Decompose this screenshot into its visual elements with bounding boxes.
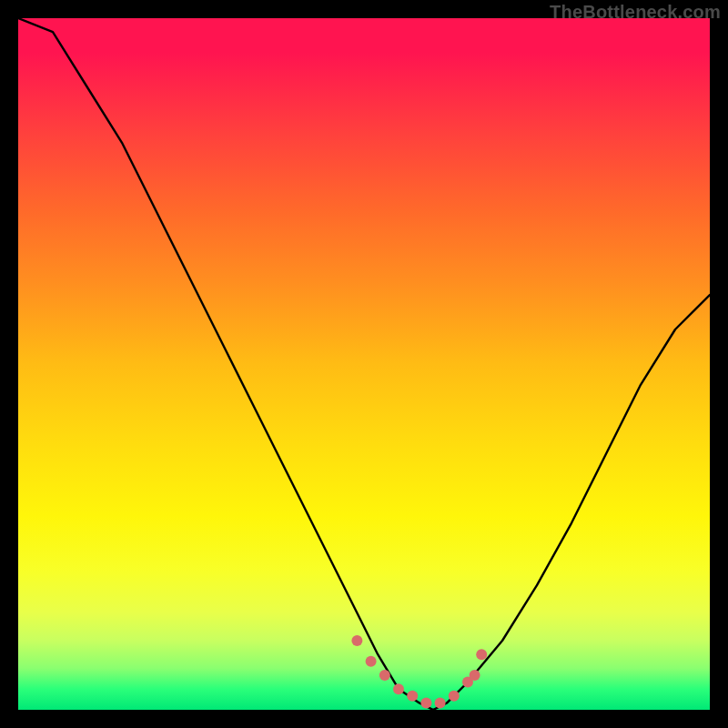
chart-stage: TheBottleneck.com [0, 0, 728, 728]
plot-area [18, 18, 710, 710]
curve-layer [18, 18, 710, 710]
bottleneck-curve [18, 18, 710, 710]
